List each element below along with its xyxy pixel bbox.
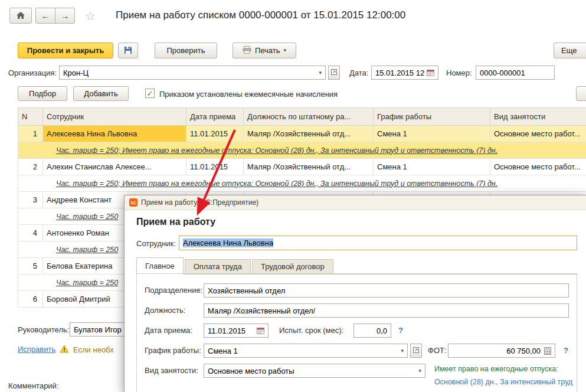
cell-n[interactable]: 1 <box>18 126 43 142</box>
row-commands-more-button[interactable] <box>576 86 586 101</box>
cell-n[interactable]: 2 <box>18 159 43 175</box>
department-input[interactable]: Хозяйственный отдел <box>204 283 569 298</box>
number-input[interactable]: 0000-000001 <box>476 66 555 80</box>
position-value: Маляр /Хозяйственный отдел/ <box>208 306 315 315</box>
fot-value: 60 750,00 <box>506 347 541 355</box>
col-header-schedule[interactable]: График работы <box>374 108 490 126</box>
open-form-icon <box>330 68 338 77</box>
order-checkbox-label: Приказом установлены ежемесячные начисле… <box>159 90 338 99</box>
department-label: Подразделение: <box>145 286 202 295</box>
probation-input[interactable]: 0,0 <box>353 324 391 338</box>
tab-main[interactable]: Главное <box>136 257 184 275</box>
cell-detail[interactable]: Час. тариф = 250; Имеет право на ежегодн… <box>18 175 586 192</box>
add-button[interactable]: Добавить <box>73 86 129 101</box>
schedule-open-button[interactable] <box>410 344 422 358</box>
calculator-icon[interactable] <box>544 347 551 355</box>
warning-icon <box>60 345 69 354</box>
cell-n[interactable]: 6 <box>18 291 43 308</box>
dialog-title-text: Прием на работу (1С:Предприятие) <box>141 198 258 207</box>
hire-date-label: Дата приема: <box>145 326 192 335</box>
more-button[interactable]: Еще <box>554 43 586 58</box>
cell-hire-date[interactable]: 11.01.2015 <box>186 126 244 142</box>
vacation-entitlement-text: Имеет право на ежегодные отпуска: <box>434 365 558 373</box>
save-button[interactable] <box>118 43 138 58</box>
dialog-tabbar: Главное Оплата труда Трудовой договор <box>136 257 577 275</box>
col-header-position[interactable]: Должность по штатному ра... <box>244 108 374 126</box>
hire-date-input[interactable]: 11.01.2015 <box>204 324 269 338</box>
employment-label: Вид занятости: <box>145 366 198 375</box>
post-and-close-button[interactable]: Провести и закрыть <box>18 43 113 58</box>
schedule-dropdown-icon[interactable]: ▾ <box>398 348 404 354</box>
calendar-icon[interactable] <box>257 327 264 334</box>
hiring-dialog: 1С Прием на работу (1С:Предприятие) Прие… <box>124 195 586 392</box>
cell-hire-date[interactable]: 11.01.2015 <box>186 159 244 175</box>
number-value: 0000-000001 <box>480 68 525 77</box>
cell-schedule[interactable]: Смена 1 <box>374 159 490 175</box>
col-header-hire-date[interactable]: Дата приема <box>186 108 244 126</box>
fot-label: ФОТ: <box>428 346 447 355</box>
more-label: Еще <box>561 46 577 55</box>
probation-help-link[interactable]: ? <box>398 326 403 335</box>
table-row[interactable]: 1 Алексеева Нина Львовна 11.01.2015 Маля… <box>18 126 586 142</box>
col-header-n[interactable]: N <box>18 108 43 126</box>
table-detail-row[interactable]: Час. тариф = 250; Имеет право на ежегодн… <box>18 175 586 192</box>
schedule-label: График работы: <box>145 346 201 355</box>
fot-input[interactable]: 60 750,00 <box>448 344 555 358</box>
tab-pay[interactable]: Оплата труда <box>185 259 251 274</box>
warning-text: Если необх <box>73 345 114 354</box>
employee-input[interactable]: Алексеева Нина Львовна <box>179 236 577 250</box>
open-form-icon <box>413 347 420 355</box>
cell-n[interactable]: 5 <box>18 258 43 275</box>
dialog-titlebar[interactable]: 1С Прием на работу (1С:Предприятие) <box>125 195 586 210</box>
order-checkbox[interactable]: ✓ <box>145 89 155 98</box>
cell-employee[interactable]: Алексеева Нина Львовна <box>43 126 186 142</box>
col-header-employment[interactable]: Вид занятости <box>490 108 586 126</box>
employment-input[interactable]: Основное место работы ▾ <box>204 364 425 378</box>
tab-contract[interactable]: Трудовой договор <box>252 259 333 274</box>
print-dropdown-icon[interactable]: ▾ <box>284 48 287 53</box>
1c-logo-icon: 1С <box>129 198 138 207</box>
col-header-employee[interactable]: Сотрудник <box>43 108 186 126</box>
pick-button[interactable]: Подбор <box>18 86 67 101</box>
number-label: Номер: <box>446 68 472 77</box>
org-label: Организация: <box>8 68 57 77</box>
department-value: Хозяйственный отдел <box>208 286 285 295</box>
position-label: Должность: <box>145 306 185 315</box>
cell-schedule[interactable]: Смена 1 <box>374 126 490 142</box>
org-input[interactable]: Крон-Ц ▾ <box>59 66 326 80</box>
schedule-input[interactable]: Смена 1 ▾ <box>204 344 408 358</box>
date-input[interactable]: 15.01.2015 12 <box>371 66 438 80</box>
app-window: ← → ☆ Прием на работу списком 0000-00000… <box>0 0 586 392</box>
cell-position[interactable]: Маляр /Хозяйственный отд... <box>244 126 374 142</box>
fot-help-link[interactable]: ? <box>564 346 568 355</box>
position-input[interactable]: Маляр /Хозяйственный отдел/ <box>204 303 569 318</box>
home-button[interactable] <box>9 8 32 24</box>
cell-n[interactable]: 3 <box>18 192 43 208</box>
table-detail-row[interactable]: Час. тариф = 250; Имеет право на ежегодн… <box>18 142 586 159</box>
manager-value: Булатов Игор <box>74 325 122 334</box>
date-label: Дата: <box>349 68 368 77</box>
cell-employee[interactable]: Алехин Станислав Алексее... <box>43 159 186 175</box>
hire-date-value: 11.01.2015 <box>208 326 245 335</box>
org-dropdown-icon[interactable]: ▾ <box>316 70 322 76</box>
cell-n[interactable]: 4 <box>18 225 43 241</box>
schedule-value: Смена 1 <box>208 347 238 355</box>
cell-position[interactable]: Маляр /Хозяйственный отд... <box>244 159 374 175</box>
print-button[interactable]: Печать ▾ <box>233 43 296 58</box>
date-value: 15.01.2015 12 <box>375 68 424 77</box>
cell-employment[interactable]: Основное место работ... <box>490 126 586 142</box>
check-button[interactable]: Проверить <box>155 43 217 58</box>
org-value: Крон-Ц <box>63 68 89 77</box>
org-open-button[interactable] <box>328 66 340 80</box>
vacation-entitlement-link[interactable]: Основной (28) дн., За интенсивный труд <box>434 378 572 386</box>
cell-employment[interactable]: Основное место работ... <box>490 159 586 175</box>
favorite-star-icon[interactable]: ☆ <box>85 10 96 22</box>
forward-button[interactable]: → <box>55 8 75 24</box>
fix-link[interactable]: Исправить <box>18 345 55 354</box>
employment-dropdown-icon[interactable]: ▾ <box>415 368 421 374</box>
back-button[interactable]: ← <box>35 8 55 24</box>
cell-detail[interactable]: Час. тариф = 250; Имеет право на ежегодн… <box>18 142 586 159</box>
calendar-icon[interactable] <box>427 69 434 76</box>
printer-icon <box>243 46 251 55</box>
table-row[interactable]: 2 Алехин Станислав Алексее... 11.01.2015… <box>18 159 586 175</box>
